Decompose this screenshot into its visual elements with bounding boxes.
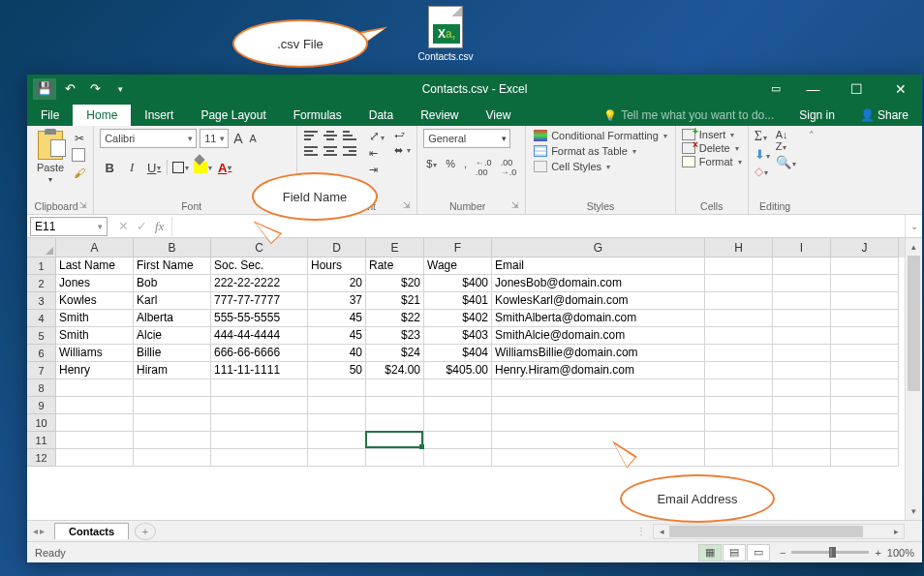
insert-cells-button[interactable]: Insert bbox=[682, 129, 742, 140]
cell[interactable] bbox=[831, 345, 899, 362]
cell[interactable] bbox=[773, 275, 831, 292]
row-header-3[interactable]: 3 bbox=[27, 292, 56, 310]
cell[interactable] bbox=[308, 432, 366, 449]
cell[interactable] bbox=[424, 414, 492, 432]
cell[interactable] bbox=[831, 397, 899, 414]
row-header-5[interactable]: 5 bbox=[27, 327, 56, 345]
cell[interactable] bbox=[211, 449, 308, 467]
cell[interactable] bbox=[831, 292, 899, 310]
cell[interactable]: WilliamsBillie@domain.com bbox=[492, 345, 705, 362]
qat-customize-button[interactable]: ▾ bbox=[108, 78, 132, 100]
column-header-H[interactable]: H bbox=[705, 238, 773, 258]
zoom-level[interactable]: 100% bbox=[887, 547, 914, 559]
cell[interactable] bbox=[424, 432, 492, 449]
decrease-indent-button[interactable]: ⇤ bbox=[369, 147, 385, 160]
page-break-view-button[interactable]: ▭ bbox=[747, 544, 770, 561]
percent-button[interactable]: % bbox=[443, 158, 458, 177]
underline-button[interactable]: U bbox=[144, 158, 164, 177]
sign-in-link[interactable]: Sign in bbox=[785, 105, 848, 126]
share-button[interactable]: 👤Share bbox=[852, 106, 916, 125]
tab-review[interactable]: Review bbox=[407, 105, 472, 126]
fill-color-button[interactable] bbox=[193, 158, 212, 177]
increase-decimal-button[interactable]: ←.0.00 bbox=[473, 158, 495, 177]
align-middle-button[interactable] bbox=[323, 129, 338, 142]
cell[interactable]: 40 bbox=[308, 345, 366, 362]
row-header-9[interactable]: 9 bbox=[27, 397, 56, 414]
save-button[interactable]: 💾 bbox=[33, 78, 56, 100]
scroll-left-button[interactable]: ◂ bbox=[654, 527, 669, 536]
cell-styles-button[interactable]: Cell Styles bbox=[532, 160, 669, 173]
align-top-button[interactable] bbox=[303, 129, 319, 142]
cell[interactable]: Last Name bbox=[56, 258, 134, 275]
cell[interactable]: 37 bbox=[308, 292, 366, 310]
column-header-F[interactable]: F bbox=[424, 238, 492, 258]
tab-page-layout[interactable]: Page Layout bbox=[187, 105, 279, 126]
cell[interactable] bbox=[831, 379, 899, 397]
cell[interactable] bbox=[492, 379, 705, 397]
increase-indent-button[interactable]: ⇥ bbox=[369, 164, 385, 176]
hscroll-thumb[interactable] bbox=[669, 526, 863, 537]
tab-data[interactable]: Data bbox=[355, 105, 407, 126]
cell[interactable]: 50 bbox=[308, 362, 366, 379]
vertical-scrollbar[interactable]: ▴ ▾ bbox=[905, 238, 922, 520]
font-name-combo[interactable]: Calibri bbox=[100, 129, 197, 148]
column-header-J[interactable]: J bbox=[831, 238, 899, 258]
column-header-B[interactable]: B bbox=[134, 238, 211, 258]
delete-cells-button[interactable]: Delete bbox=[682, 142, 742, 154]
column-header-I[interactable]: I bbox=[773, 238, 831, 258]
cell[interactable] bbox=[366, 449, 424, 467]
ribbon-display-options-button[interactable]: ▭ bbox=[760, 75, 791, 103]
format-cells-button[interactable]: Format bbox=[682, 156, 742, 167]
horizontal-scrollbar[interactable]: ◂ ▸ bbox=[653, 524, 905, 539]
font-size-combo[interactable]: 11 bbox=[200, 129, 229, 148]
desktop-file-icon[interactable]: X Contacts.csv bbox=[412, 6, 479, 62]
row-header-8[interactable]: 8 bbox=[27, 379, 56, 397]
cell[interactable] bbox=[211, 414, 308, 432]
cell[interactable]: 45 bbox=[308, 327, 366, 345]
row-header-4[interactable]: 4 bbox=[27, 310, 56, 327]
cell[interactable]: Henry.Hiram@domain.com bbox=[492, 362, 705, 379]
decrease-decimal-button[interactable]: .00→.0 bbox=[498, 158, 520, 177]
cell[interactable]: $24 bbox=[366, 345, 424, 362]
cell[interactable] bbox=[424, 379, 492, 397]
cell[interactable] bbox=[705, 449, 773, 467]
cell[interactable] bbox=[831, 414, 899, 432]
cell[interactable] bbox=[705, 292, 773, 310]
cell[interactable]: Smith bbox=[56, 310, 134, 327]
cell[interactable]: Soc. Sec. bbox=[211, 258, 308, 275]
conditional-formatting-button[interactable]: Conditional Formatting bbox=[532, 129, 669, 142]
scroll-down-button[interactable]: ▾ bbox=[906, 502, 922, 520]
align-center-button[interactable] bbox=[323, 144, 338, 158]
shrink-font-button[interactable]: A bbox=[247, 133, 258, 144]
cell[interactable]: SmithAlcie@domain.com bbox=[492, 327, 705, 345]
clear-button[interactable]: ◇ bbox=[755, 165, 770, 178]
cell[interactable]: Billie bbox=[134, 345, 211, 362]
cell[interactable]: 444-44-4444 bbox=[211, 327, 308, 345]
cell[interactable] bbox=[308, 414, 366, 432]
cell[interactable]: Alberta bbox=[134, 310, 211, 327]
enter-formula-button[interactable]: ✓ bbox=[137, 219, 147, 234]
number-format-combo[interactable]: General bbox=[423, 129, 510, 148]
cell[interactable] bbox=[831, 275, 899, 292]
merge-center-button[interactable]: ⬌ bbox=[394, 144, 411, 157]
align-left-button[interactable] bbox=[303, 144, 319, 158]
cell[interactable]: 555-55-5555 bbox=[211, 310, 308, 327]
format-painter-button[interactable]: 🖌 bbox=[72, 166, 87, 181]
cell[interactable]: $400 bbox=[424, 275, 492, 292]
tab-insert[interactable]: Insert bbox=[131, 105, 187, 126]
cell[interactable] bbox=[56, 432, 134, 449]
bold-button[interactable]: B bbox=[100, 158, 119, 177]
select-all-button[interactable] bbox=[27, 238, 56, 258]
column-header-C[interactable]: C bbox=[211, 238, 308, 258]
column-header-D[interactable]: D bbox=[308, 238, 366, 258]
tell-me-search[interactable]: 💡Tell me what you want to do... bbox=[596, 108, 782, 122]
cell[interactable]: First Name bbox=[134, 258, 211, 275]
page-layout-view-button[interactable]: ▤ bbox=[723, 544, 746, 561]
cell[interactable]: $21 bbox=[366, 292, 424, 310]
cell[interactable] bbox=[366, 397, 424, 414]
fill-button[interactable]: ⬇ bbox=[755, 147, 770, 162]
cell[interactable]: Jones bbox=[56, 275, 134, 292]
cell[interactable] bbox=[308, 379, 366, 397]
column-header-A[interactable]: A bbox=[56, 238, 134, 258]
close-button[interactable]: ✕ bbox=[878, 75, 922, 103]
